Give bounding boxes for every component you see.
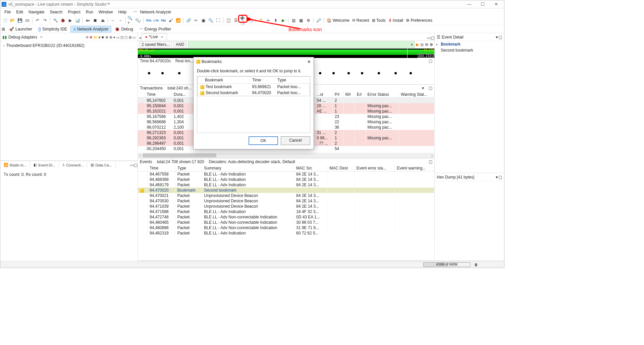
da-rest-icon[interactable]: ▭ [132, 36, 136, 39]
table-row[interactable]: 94,471039PacketUnprovisioned Device Beac… [138, 204, 434, 209]
da-icon-3[interactable]: 📁 [94, 36, 98, 39]
scroll-right-icon[interactable]: › [430, 153, 434, 158]
tool-ltd-icon[interactable]: Lᴛᴅ [153, 17, 159, 24]
bookmark-row[interactable]: Second bookmark 94,470020 Packet boo... [198, 90, 310, 96]
table-row[interactable]: 94,482319PacketBLE LL - Adv Indication60… [138, 230, 434, 236]
tool-pid-icon[interactable]: Pɪᴅ [160, 17, 167, 24]
tool-redo-icon[interactable]: ↷ [42, 17, 48, 24]
da-plus-icon[interactable]: ⊞ [129, 36, 131, 39]
dialog-close-icon[interactable]: ✕ [307, 59, 311, 64]
hex-max-icon[interactable]: ▢ [498, 175, 502, 180]
tool-add-bookmark-icon[interactable]: ➕📑 [240, 17, 247, 24]
tx-hscrollbar[interactable]: ‹ › [138, 153, 434, 158]
tool-zoom-icon[interactable]: 🔍 [207, 17, 214, 24]
editor-chevron-icon[interactable]: « [139, 36, 142, 40]
table-row[interactable]: 94,470530PacketUnprovisioned Device Beac… [138, 198, 434, 204]
da-min-icon[interactable]: ▭ [116, 36, 119, 39]
timeline[interactable]: 309,00 p/s -0,000s 94,470 103,232s [138, 49, 434, 58]
new-perspective-icon[interactable]: ⊞ [2, 27, 5, 31]
tool-run-icon[interactable]: ▶ [67, 17, 73, 24]
hex-menu-icon[interactable]: ▾ [496, 175, 498, 180]
scroll-left-icon[interactable]: ‹ [138, 153, 143, 158]
table-row[interactable]: 94,468369PacketBLE LL - Adv Indication84… [138, 177, 434, 182]
bookmark-row[interactable]: Test bookmark 93,669821 Packet boo... [198, 84, 310, 90]
da-menu-icon[interactable]: ▾ [113, 36, 115, 39]
tab-install[interactable]: ⬇Install [387, 18, 404, 23]
table-row[interactable]: 94,480866PacketBLE LL - Adv Non-connecta… [138, 225, 434, 230]
menu-edit[interactable]: Edit [13, 9, 26, 15]
tab-welcome[interactable]: 🏠Welcome [326, 18, 351, 23]
tool-cut-icon[interactable]: ✂ [193, 17, 199, 24]
table-row[interactable]: 94,470021PacketUnprovisioned Device Beac… [138, 193, 434, 198]
da-max-icon[interactable]: ▢ [124, 36, 127, 39]
filter-left-icon[interactable]: ⊖ [425, 42, 428, 47]
menu-file[interactable]: File [2, 9, 13, 15]
editor-tab-close-icon[interactable]: ✕ [161, 35, 163, 39]
tool-search2-icon[interactable]: 🔎 [315, 17, 322, 24]
filter-play-icon[interactable]: ▶ [416, 42, 419, 47]
close-view-icon[interactable]: ✕ [40, 35, 43, 39]
da-cascade-icon[interactable]: ◫ [120, 36, 123, 39]
tool-build-icon[interactable]: 🔨 [52, 17, 59, 24]
table-row[interactable]: 94,467558PacketBLE LL - Adv Indication84… [138, 171, 434, 177]
editor-min-icon[interactable]: ▭ [427, 36, 431, 40]
tool-link-icon[interactable]: 🔗 [185, 17, 192, 24]
perspective-ide[interactable]: {}Simplicity IDE [36, 26, 70, 32]
perspective-launcher[interactable]: 🚀Launcher [6, 26, 35, 32]
dialog-cancel-button[interactable]: Cancel [281, 136, 310, 145]
editor-max-icon[interactable]: ▢ [431, 36, 434, 40]
tool-std-icon[interactable]: Sᴛᴅ [145, 17, 152, 24]
tool-nav-back-icon[interactable]: ← [110, 17, 116, 24]
tool-save-icon[interactable]: 💾 [16, 17, 23, 24]
table-row[interactable]: 94,469179PacketBLE LL - Adv Indication84… [138, 182, 434, 188]
tool-down-icon[interactable]: ⬇ [272, 17, 279, 24]
da-icon-4[interactable]: ▾ [99, 36, 100, 39]
da-icon-7[interactable]: ⚙ [109, 36, 112, 39]
trash-icon[interactable]: 🗑 [474, 263, 478, 267]
lower-min-icon[interactable]: ▭ [130, 163, 134, 167]
tool-play-icon[interactable]: ▶ [280, 17, 286, 24]
tool-copy-icon[interactable]: 📋 [225, 17, 232, 24]
menu-help[interactable]: Help [116, 9, 129, 15]
table-row[interactable]: 94,480465PacketBLE LL - Adv Non-connecta… [138, 220, 434, 225]
tab-recent[interactable]: ⟳Recent [351, 18, 370, 23]
tool-disconnect-icon[interactable]: ⏏ [99, 17, 106, 24]
tx-menu-icon[interactable]: ▾ [422, 86, 424, 90]
tool-list-icon[interactable]: ☰ [232, 17, 239, 24]
menu-window[interactable]: Window [96, 9, 116, 15]
da-icon-1[interactable]: ⟳ [86, 36, 89, 39]
filter-right-icon[interactable]: ⊕ [430, 42, 433, 47]
menu-navigate[interactable]: Navigate [26, 9, 47, 15]
filter-pick-icon[interactable]: ◎ [420, 42, 424, 47]
window-close[interactable]: ✕ [489, 2, 503, 7]
tool-term2-icon[interactable]: ▦ [298, 17, 304, 24]
editor-tab-live[interactable]: ●*Live✕ [142, 33, 167, 40]
tool-expand-icon[interactable]: ⛶ [215, 17, 221, 24]
tool-nav-fwd-icon[interactable]: → [117, 17, 124, 24]
detail-max-icon[interactable]: ▢ [498, 35, 502, 40]
lower-max-icon[interactable]: ▢ [134, 163, 138, 167]
ev-max-icon[interactable]: ▢ [429, 159, 432, 164]
da-icon-2[interactable]: ✖ [90, 36, 92, 39]
tool-brush-icon[interactable]: 🖌 [167, 17, 174, 24]
tab-preferences[interactable]: ⚙Preferences [405, 18, 433, 23]
adapter-item[interactable]: Thunderboard EFR32BG22 (ID:440181862) [3, 43, 135, 49]
tool-text-icon[interactable]: T [258, 17, 264, 24]
table-row[interactable]: 94,472748PacketBLE LL - Adv Non-connecta… [138, 214, 434, 220]
filter-dd-icon[interactable]: ▾ [411, 42, 413, 47]
filter-op-button[interactable]: AND [173, 41, 186, 48]
da-icon-6[interactable]: ⚙ [105, 36, 108, 39]
tab-connecti[interactable]: ⅄Connecti... [59, 162, 88, 168]
memory-bar[interactable]: 439M of 840M [423, 262, 470, 267]
table-row[interactable]: 94,470020BookmarkSecond bookmark [138, 188, 434, 193]
tab-tools[interactable]: ⊞Tools [371, 18, 387, 23]
tx-max-icon[interactable]: ▢ [429, 86, 432, 90]
tool-skip-icon[interactable]: ⏭ [85, 17, 91, 24]
menu-run[interactable]: Run [83, 9, 96, 15]
tool-zoomin-icon[interactable]: 🔍+ [127, 17, 134, 24]
tab-data-ca[interactable]: ▥Data Ca... [87, 162, 116, 168]
tool-gear2-icon[interactable]: ⚙ [305, 17, 312, 24]
events-table[interactable]: Time Type Summary MAC Src MAC Dest Event… [138, 165, 434, 236]
adapter-tree[interactable]: Thunderboard EFR32BG22 (ID:440181862) [0, 41, 138, 160]
tool-undo-icon[interactable]: ↶ [34, 17, 41, 24]
